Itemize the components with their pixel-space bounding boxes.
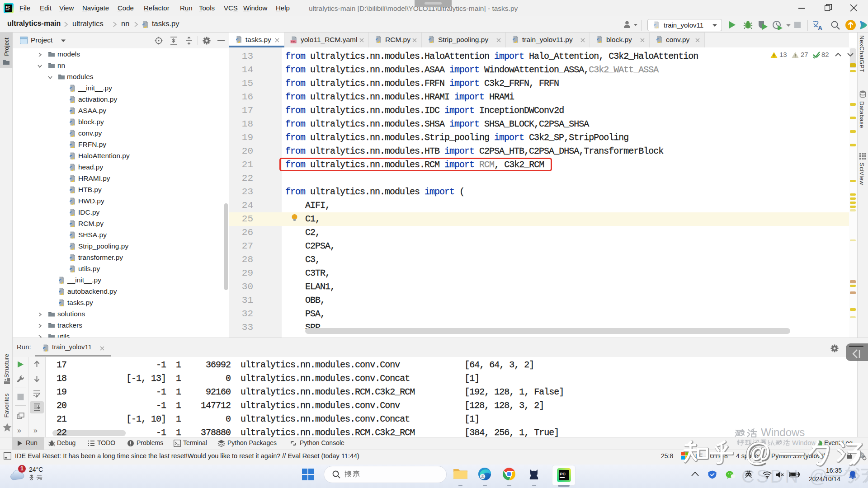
svg-text:PC: PC [560, 471, 566, 476]
svg-text:YML: YML [291, 40, 296, 43]
svg-text:A: A [818, 24, 822, 31]
svg-text:PC: PC [6, 6, 10, 9]
